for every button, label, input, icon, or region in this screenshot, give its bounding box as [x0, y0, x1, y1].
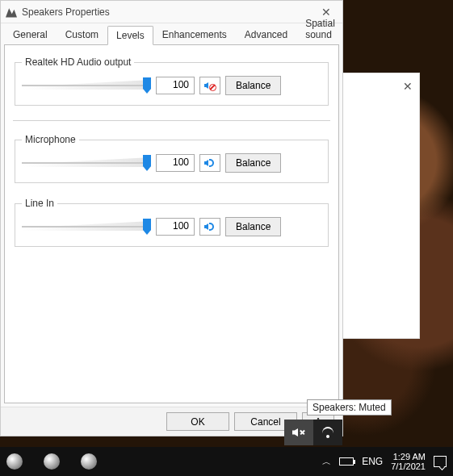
tray-overflow-chevron-icon[interactable]: ︿: [322, 456, 331, 468]
volume-value-microphone[interactable]: 100: [156, 154, 195, 172]
tray-date: 7/1/2021: [391, 461, 426, 471]
tab-advanced[interactable]: Advanced: [236, 25, 296, 44]
tab-body: Realtek HD Audio output 100 Balance Micr…: [4, 44, 339, 403]
system-tray: ︿ ENG 1:29 AM 7/1/2021: [322, 452, 453, 471]
speaker-muted-icon: [204, 80, 216, 91]
taskbar-app-icon[interactable]: [6, 453, 23, 470]
wifi-icon: [321, 426, 334, 439]
channel-label: Microphone: [22, 134, 79, 145]
volume-value-linein[interactable]: 100: [156, 218, 195, 236]
balance-button-output[interactable]: Balance: [225, 76, 281, 95]
taskbar-app-icon[interactable]: [44, 453, 60, 470]
tray-clock[interactable]: 1:29 AM 7/1/2021: [391, 452, 426, 471]
channel-label: Line In: [22, 198, 57, 209]
volume-flyout: [284, 420, 342, 445]
tab-spatial[interactable]: Spatial sound: [296, 14, 344, 44]
mute-button-output[interactable]: [199, 77, 220, 94]
tray-time: 1:29 AM: [391, 452, 426, 461]
separator: [13, 120, 330, 121]
channel-group-linein: Line In 100 Balance: [15, 198, 329, 247]
battery-icon[interactable]: [339, 457, 354, 466]
mute-button-linein[interactable]: [199, 218, 220, 236]
close-icon[interactable]: ✕: [403, 80, 413, 93]
volume-muted-tile[interactable]: [284, 420, 313, 445]
balance-button-linein[interactable]: Balance: [225, 217, 281, 236]
speaker-muted-white-icon: [292, 426, 305, 439]
titlebar: Speakers Properties ✕: [1, 1, 342, 23]
network-tile[interactable]: [313, 420, 342, 445]
ok-button[interactable]: OK: [166, 412, 229, 431]
taskbar-app-icon[interactable]: [81, 453, 97, 470]
tab-levels[interactable]: Levels: [107, 26, 153, 45]
action-center-icon[interactable]: [434, 456, 447, 467]
window-title: Speakers Properties: [22, 6, 315, 18]
volume-value-output[interactable]: 100: [156, 77, 195, 94]
tray-tooltip: Speakers: Muted: [307, 399, 392, 415]
tab-general[interactable]: General: [4, 25, 57, 44]
channel-group-microphone: Microphone 100 Balance: [15, 134, 329, 183]
tray-language[interactable]: ENG: [362, 456, 383, 467]
tab-custom[interactable]: Custom: [57, 25, 107, 44]
tab-strip: General Custom Levels Enhancements Advan…: [1, 23, 342, 44]
speaker-icon: [204, 157, 216, 169]
balance-button-microphone[interactable]: Balance: [225, 153, 281, 173]
mute-button-microphone[interactable]: [199, 154, 220, 172]
volume-slider-linein[interactable]: [22, 218, 151, 236]
speaker-icon: [204, 221, 216, 232]
volume-slider-output[interactable]: [22, 77, 151, 94]
speakers-properties-dialog: Speakers Properties ✕ General Custom Lev…: [0, 0, 343, 436]
speaker-app-icon: [6, 6, 17, 18]
volume-slider-microphone[interactable]: [22, 154, 151, 172]
taskbar: ︿ ENG 1:29 AM 7/1/2021: [0, 447, 453, 476]
tab-enhancements[interactable]: Enhancements: [153, 25, 236, 44]
channel-label: Realtek HD Audio output: [22, 56, 134, 68]
channel-group-output: Realtek HD Audio output 100 Balance: [15, 56, 329, 106]
